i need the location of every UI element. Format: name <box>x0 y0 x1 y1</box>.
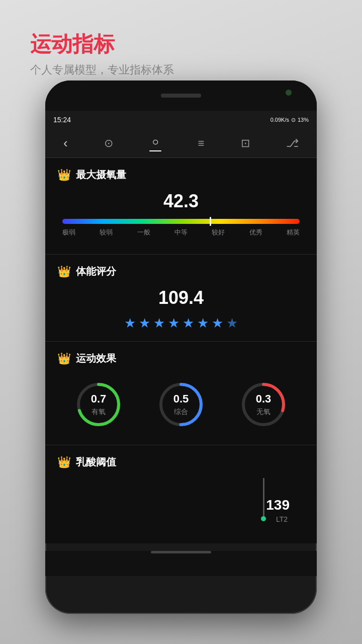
nav-search[interactable]: ⊡ <box>241 137 250 150</box>
aerobic-gauge: 0.7 有氧 <box>73 379 124 430</box>
phone-content[interactable]: 👑 最大摄氧量 42.3 极弱 较弱 一般 中等 较好 优秀 精英 <box>45 158 317 543</box>
phone-camera <box>286 90 292 96</box>
aerobic-inner: 0.7 有氧 <box>91 392 107 417</box>
phone-speaker <box>161 94 201 98</box>
page-container: 运动指标 个人专属模型，专业指标体系 15:24 0.09K/s ⊙ 13% ‹… <box>0 0 362 644</box>
nav-share[interactable]: ⎇ <box>286 137 299 150</box>
lactate-title-row: 👑 乳酸阈值 <box>57 455 305 469</box>
phone-home-bar <box>151 551 211 553</box>
comprehensive-inner: 0.5 综合 <box>173 392 189 417</box>
status-right: 0.09K/s ⊙ 13% <box>270 117 309 123</box>
bar-label-0: 极弱 <box>62 228 75 237</box>
page-title: 运动指标 <box>30 30 174 58</box>
effects-row: 0.7 有氧 0.5 <box>57 374 305 435</box>
crown-icon-vo2max: 👑 <box>57 169 71 182</box>
phone-bezel-top <box>45 80 317 111</box>
vo2max-value: 42.3 <box>57 191 305 212</box>
aerobic-name: 有氧 <box>91 408 107 417</box>
lactate-lt2: LT2 <box>276 515 288 523</box>
anaerobic-name: 无氧 <box>256 408 272 417</box>
phone-bezel-bottom <box>45 551 317 576</box>
fitness-section: 👑 体能评分 109.4 ★ ★ ★ ★ ★ ★ ★ ★ <box>45 255 317 342</box>
star-7: ★ <box>212 315 223 331</box>
status-time: 15:24 <box>53 116 71 124</box>
crown-icon-lactate: 👑 <box>57 456 71 469</box>
stars-row: ★ ★ ★ ★ ★ ★ ★ ★ <box>57 315 305 331</box>
crown-icon-effects: 👑 <box>57 352 71 365</box>
bar-label-6: 精英 <box>287 228 300 237</box>
fitness-title-row: 👑 体能评分 <box>57 265 305 278</box>
rainbow-bar <box>62 219 300 224</box>
effect-aerobic: 0.7 有氧 <box>73 379 124 430</box>
effects-title-row: 👑 运动效果 <box>57 352 305 365</box>
lactate-section: 👑 乳酸阈值 139 LT2 <box>45 445 317 543</box>
nav-list[interactable]: ≡ <box>198 137 204 150</box>
fitness-label: 体能评分 <box>76 265 116 278</box>
anaerobic-value: 0.3 <box>256 392 272 406</box>
anaerobic-gauge: 0.3 无氧 <box>238 379 289 430</box>
crown-icon-fitness: 👑 <box>57 265 71 278</box>
effect-comprehensive: 0.5 综合 <box>156 379 206 430</box>
phone-frame: 15:24 0.09K/s ⊙ 13% ‹ ⊙ ○ ≡ ⊡ ⎇ 👑 最大摄氧量 <box>45 80 317 614</box>
bar-labels: 极弱 较弱 一般 中等 较好 优秀 精英 <box>62 228 300 237</box>
wifi-icon: ⊙ <box>291 117 296 123</box>
star-1: ★ <box>124 315 136 331</box>
battery-level: 13% <box>298 117 309 123</box>
star-5: ★ <box>183 315 194 331</box>
anaerobic-inner: 0.3 无氧 <box>256 392 272 417</box>
page-subtitle: 个人专属模型，专业指标体系 <box>30 62 174 77</box>
bar-label-4: 较好 <box>212 228 225 237</box>
fitness-score-value: 109.4 <box>57 287 305 308</box>
lactate-label: 乳酸阈值 <box>76 455 116 469</box>
effects-label: 运动效果 <box>76 352 116 365</box>
bar-label-2: 一般 <box>137 228 150 237</box>
status-bar: 15:24 0.09K/s ⊙ 13% <box>45 111 317 129</box>
rainbow-bar-container: 极弱 较弱 一般 中等 较好 优秀 精英 <box>62 219 300 237</box>
comprehensive-name: 综合 <box>173 408 189 417</box>
star-8: ★ <box>226 315 238 331</box>
star-4: ★ <box>168 315 179 331</box>
lactate-dot <box>261 516 266 521</box>
nav-back[interactable]: ‹ <box>63 135 68 151</box>
vo2max-section: 👑 最大摄氧量 42.3 极弱 较弱 一般 中等 较好 优秀 精英 <box>45 158 317 255</box>
bar-label-1: 较弱 <box>100 228 113 237</box>
effects-section: 👑 运动效果 0.7 有氧 <box>45 342 317 445</box>
nav-refresh[interactable]: ○ <box>149 135 161 151</box>
vo2max-title-row: 👑 最大摄氧量 <box>57 168 305 182</box>
star-2: ★ <box>139 315 150 331</box>
header-text: 运动指标 个人专属模型，专业指标体系 <box>30 30 174 77</box>
comprehensive-value: 0.5 <box>173 392 189 406</box>
vo2max-label: 最大摄氧量 <box>76 168 126 182</box>
effect-anaerobic: 0.3 无氧 <box>238 379 289 430</box>
bar-label-3: 中等 <box>174 228 188 237</box>
lactate-value: 139 <box>266 497 290 513</box>
network-speed: 0.09K/s <box>270 117 289 123</box>
bar-label-5: 优秀 <box>249 228 262 237</box>
rainbow-marker <box>210 217 211 226</box>
star-6: ★ <box>197 315 209 331</box>
comprehensive-gauge: 0.5 综合 <box>156 379 206 430</box>
lactate-line <box>263 478 264 518</box>
nav-location[interactable]: ⊙ <box>104 137 113 150</box>
aerobic-value: 0.7 <box>91 392 107 406</box>
nav-bar: ‹ ⊙ ○ ≡ ⊡ ⎇ <box>45 129 317 158</box>
lactate-chart: 139 LT2 <box>57 478 305 528</box>
star-3: ★ <box>153 315 165 331</box>
